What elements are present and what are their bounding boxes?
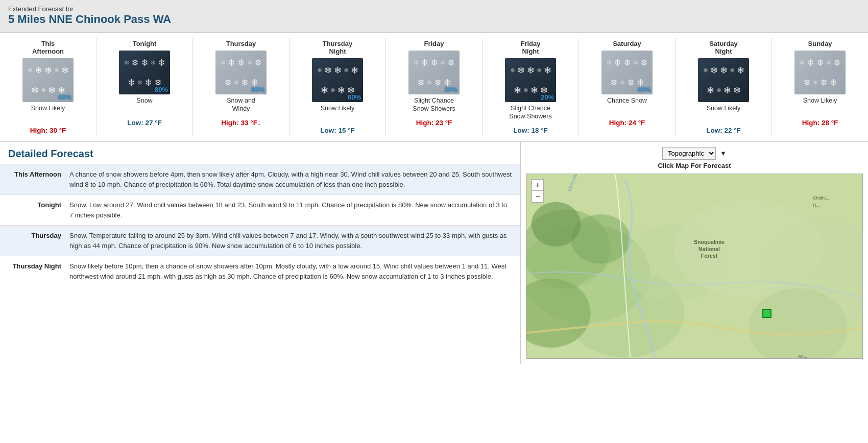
temp-6: High: 24 °F bbox=[582, 119, 672, 127]
snowflake-icon: ❄ bbox=[124, 59, 129, 66]
detail-text-1: Snow. Low around 27. Wind chill values b… bbox=[69, 200, 512, 220]
snowflake-icon: ❄ bbox=[330, 87, 335, 94]
snowflake-icon: ❄ bbox=[627, 77, 635, 88]
weather-icon-5: ❄❄❄❄❄❄❄❄❄20% bbox=[505, 58, 556, 102]
snowflake-icon: ❄ bbox=[414, 59, 419, 66]
snowflake-icon: ❄ bbox=[544, 65, 551, 76]
map-container[interactable]: Snoqualmie National Forest White River C… bbox=[526, 174, 863, 359]
condition-text-7: Snow Likely bbox=[679, 104, 768, 122]
precip-percent-0: 60% bbox=[57, 92, 74, 102]
svg-text:Snoqualmie: Snoqualmie bbox=[694, 239, 725, 245]
map-type-select[interactable]: Topographic bbox=[662, 147, 716, 160]
snowflake-icon: ❄ bbox=[427, 79, 432, 86]
snowflake-icon: ❄ bbox=[807, 57, 814, 68]
condition-text-3: Snow Likely bbox=[293, 104, 382, 122]
snowflake-icon: ❄ bbox=[31, 85, 39, 96]
temp-1: Low: 27 °F bbox=[100, 119, 189, 127]
snowflake-icon: ❄ bbox=[730, 67, 735, 74]
period-name-0: ThisAfternoon bbox=[3, 40, 93, 55]
snowflake-icon: ❄ bbox=[517, 65, 525, 76]
detail-text-2: Snow. Temperature falling to around 25 b… bbox=[69, 231, 512, 251]
snowflake-icon: ❄ bbox=[716, 87, 721, 94]
snowflake-icon: ❄ bbox=[430, 57, 438, 68]
snowflake-icon: ❄ bbox=[324, 65, 332, 76]
snowflake-icon: ❄ bbox=[131, 57, 139, 68]
snowflake-icon: ❄ bbox=[228, 57, 235, 68]
forecast-period-6: Saturday❄❄❄❄❄❄❄❄❄40%Chance SnowHigh: 24 … bbox=[579, 38, 676, 136]
snowflake-icon: ❄ bbox=[523, 87, 528, 94]
period-name-4: Friday bbox=[389, 40, 479, 47]
snowflake-icon: ❄ bbox=[54, 67, 59, 74]
detail-row-3: Thursday NightSnow likely before 10pm, t… bbox=[0, 256, 520, 286]
detail-row-1: TonightSnow. Low around 27. Wind chill v… bbox=[0, 194, 520, 225]
precip-percent-5: 20% bbox=[540, 92, 556, 102]
svg-text:An...: An... bbox=[798, 354, 807, 358]
snowflake-icon: ❄ bbox=[610, 77, 618, 88]
detail-period-label-2: Thursday bbox=[8, 231, 69, 251]
period-name-5: FridayNight bbox=[486, 40, 575, 55]
bottom-section: Detailed Forecast This AfternoonA chance… bbox=[0, 142, 868, 364]
snowflake-icon: ❄ bbox=[247, 59, 252, 66]
forecast-period-5: FridayNight❄❄❄❄❄❄❄❄❄20%Slight ChanceSnow… bbox=[483, 38, 579, 136]
precip-percent-1: 80% bbox=[154, 85, 170, 94]
weather-icon-1: ❄❄❄❄❄❄❄❄❄80% bbox=[119, 51, 170, 94]
condition-text-2: Snow andWindy bbox=[196, 96, 286, 115]
snowflake-icon: ❄ bbox=[351, 65, 358, 76]
temp-3: Low: 15 °F bbox=[293, 127, 382, 134]
location-marker[interactable] bbox=[762, 309, 771, 318]
snowflake-icon: ❄ bbox=[447, 57, 455, 68]
snowflake-icon: ❄ bbox=[158, 57, 165, 68]
detail-period-label-3: Thursday Night bbox=[8, 261, 69, 281]
period-name-2: Thursday bbox=[196, 40, 286, 47]
period-name-6: Saturday bbox=[582, 40, 672, 47]
snowflake-icon: ❄ bbox=[707, 85, 714, 96]
svg-text:National: National bbox=[698, 246, 720, 252]
temp-0: High: 30 °F bbox=[3, 127, 93, 134]
snowflake-icon: ❄ bbox=[417, 77, 425, 88]
zoom-out-button[interactable]: − bbox=[532, 191, 543, 202]
weather-icon-2: ❄❄❄❄❄❄❄❄❄90% bbox=[215, 51, 267, 94]
snowflake-icon: ❄ bbox=[737, 65, 744, 76]
snowflake-icon: ❄ bbox=[830, 77, 837, 88]
forecast-period-2: Thursday❄❄❄❄❄❄❄❄❄90%Snow andWindyHigh: 3… bbox=[193, 38, 290, 136]
snowflake-icon: ❄ bbox=[151, 59, 156, 66]
forecast-period-8: Sunday❄❄❄❄❄❄❄❄❄Snow LikelyHigh: 28 °F bbox=[772, 38, 868, 136]
forecast-period-1: Tonight❄❄❄❄❄❄❄❄❄80%SnowLow: 27 °F bbox=[97, 38, 193, 136]
snowflake-icon: ❄ bbox=[44, 65, 52, 76]
snowflake-icon: ❄ bbox=[144, 77, 152, 88]
condition-text-6: Chance Snow bbox=[582, 96, 672, 115]
detail-text-3: Snow likely before 10pm, then a chance o… bbox=[69, 261, 512, 281]
snowflake-icon: ❄ bbox=[833, 57, 841, 68]
zoom-in-button[interactable]: + bbox=[532, 180, 543, 191]
weather-icon-8: ❄❄❄❄❄❄❄❄❄ bbox=[794, 51, 846, 94]
snowflake-icon: ❄ bbox=[254, 57, 262, 68]
precip-percent-6: 40% bbox=[636, 85, 653, 94]
weather-icon-6: ❄❄❄❄❄❄❄❄❄40% bbox=[601, 51, 653, 94]
snowflake-icon: ❄ bbox=[527, 65, 535, 76]
snowflake-icon: ❄ bbox=[620, 79, 625, 86]
snowflake-icon: ❄ bbox=[317, 67, 322, 74]
precip-percent-3: 60% bbox=[347, 92, 363, 102]
svg-point-10 bbox=[532, 202, 581, 247]
map-controls: Topographic ▼ bbox=[662, 147, 727, 160]
snowflake-icon: ❄ bbox=[800, 59, 805, 66]
snowflake-icon: ❄ bbox=[41, 87, 46, 94]
forecast-period-4: Friday❄❄❄❄❄❄❄❄❄20%Slight ChanceSnow Show… bbox=[386, 38, 483, 136]
snowflake-icon: ❄ bbox=[803, 77, 811, 88]
period-name-8: Sunday bbox=[775, 40, 865, 47]
forecast-header: Extended Forecast for 5 Miles NNE Chinoo… bbox=[0, 0, 868, 33]
snowflake-icon: ❄ bbox=[224, 77, 232, 88]
snowflake-icon: ❄ bbox=[237, 57, 245, 68]
forecast-period-7: SaturdayNight❄❄❄❄❄❄❄❄❄Snow LikelyLow: 22… bbox=[676, 38, 772, 136]
snowflake-icon: ❄ bbox=[614, 57, 621, 68]
snowflake-icon: ❄ bbox=[724, 85, 731, 96]
weather-icon-0: ❄❄❄❄❄❄❄❄❄60% bbox=[22, 58, 74, 102]
snowflake-icon: ❄ bbox=[710, 65, 718, 76]
weather-icon-4: ❄❄❄❄❄❄❄❄❄20% bbox=[408, 51, 460, 94]
temp-7: Low: 22 °F bbox=[679, 127, 768, 134]
snowflake-icon: ❄ bbox=[61, 65, 69, 76]
snowflake-icon: ❄ bbox=[137, 79, 142, 86]
snowflake-icon: ❄ bbox=[826, 59, 831, 66]
snowflake-icon: ❄ bbox=[241, 77, 249, 88]
condition-text-8: Snow Likely bbox=[775, 96, 865, 115]
